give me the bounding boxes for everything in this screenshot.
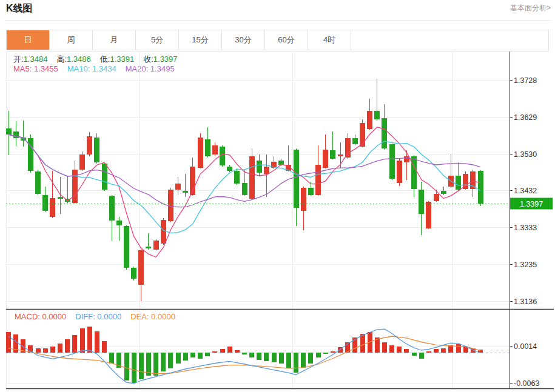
candles [6,79,483,301]
kline-chart[interactable]: 1.37281.36291.35301.34321.33331.32351.31… [0,51,555,392]
macd-bar [58,344,62,353]
candle-body [374,111,380,119]
candle-body [330,150,335,159]
price-tick-label: 1.3235 [514,261,537,269]
macd-bar [190,353,195,357]
price-tick-label: 1.3432 [514,187,537,195]
macd-bar [389,345,394,353]
macd-bar [412,353,417,356]
macd-bar [441,348,446,353]
candle-body [264,167,269,174]
price-tick-label: 1.3728 [514,76,537,85]
candle-body [308,188,314,195]
macd-bar [220,349,225,353]
candle-body [175,184,181,190]
macd-tick-label: -0.0063 [514,379,539,388]
tab-日[interactable]: 日 [7,30,50,50]
tabbar-filler [351,30,548,50]
candle-body [397,161,402,183]
candle-body [87,136,92,154]
macd-bar [316,353,321,357]
macd-bar [331,351,335,353]
tab-30分[interactable]: 30分 [222,30,265,50]
candle-body [478,171,483,204]
current-price-badge-label: 1.3397 [520,200,543,208]
candle-body [212,145,218,154]
macd-bar [448,345,453,353]
tab-4时[interactable]: 4时 [308,30,351,50]
candle-body [389,144,395,179]
tab-60分[interactable]: 60分 [265,30,308,50]
macd-bar [397,347,402,353]
candle-body [234,171,240,184]
candle-body [50,198,55,217]
macd-bar [227,347,232,353]
candle-body [131,268,136,279]
price-tick-label: 1.3629 [514,113,537,122]
candle-body [198,138,203,168]
macd-bar [139,353,144,379]
macd-bar [294,353,298,373]
macd-bar [286,353,291,368]
macd-bar [205,353,210,356]
candle-body [367,111,372,129]
macd-bar [80,328,85,353]
macd-tick-label: 0.0014 [514,342,537,351]
candle-body [79,154,85,170]
macd-bar [50,347,55,353]
macd-bar [36,348,41,353]
candle-body [426,202,431,228]
tab-5分[interactable]: 5分 [136,30,179,50]
current-price-badge: 1.3397 [510,198,553,210]
tab-15分[interactable]: 15分 [179,30,222,50]
candle-body [257,161,262,173]
candle-body [116,221,122,226]
macd-bar [72,335,77,353]
candle-body [227,167,232,171]
macd-bar [272,353,277,362]
candle-body [315,165,321,195]
tab-月[interactable]: 月 [93,30,136,50]
macd-bar [279,353,284,364]
macd-bar [6,332,11,353]
candle-body [434,194,439,201]
macd-bar [301,353,306,368]
macd-bar [257,353,261,360]
candle-body [58,197,63,199]
macd-bar [323,353,328,354]
macd-bar [65,339,70,353]
candle-body [404,156,409,162]
macd-bar [183,353,188,360]
candle-body [456,176,461,190]
macd-bar [109,353,114,364]
candle-body [72,170,78,203]
fundamental-analysis-link[interactable]: 基本面分析> [510,3,551,13]
candle-body [352,138,358,144]
macd-bar [102,341,107,353]
diff-line [8,329,480,384]
candle-body [419,190,424,214]
macd-bar [95,331,99,353]
macd-bar [161,353,166,371]
candle-body [102,164,107,190]
macd-bar [43,348,48,353]
macd-bar [153,353,158,376]
timeframe-tabbar: 日周月5分15分30分60分4时 [6,30,549,50]
tab-周[interactable]: 周 [50,30,93,50]
candle-body [183,191,188,193]
chart-series [6,79,510,384]
candle-body [301,188,306,211]
candle-body [411,156,417,189]
candle-body [138,250,144,285]
candle-body [35,171,41,194]
title-divider [5,20,550,21]
candle-body [146,247,151,248]
candle-body [13,131,19,138]
macd-bar [264,353,269,361]
price-tick-label: 1.3333 [514,224,537,232]
candle-body [205,139,210,156]
macd-bar [434,349,439,353]
candle-body [6,128,12,135]
candle-body [345,138,351,158]
macd-bar [212,351,217,353]
